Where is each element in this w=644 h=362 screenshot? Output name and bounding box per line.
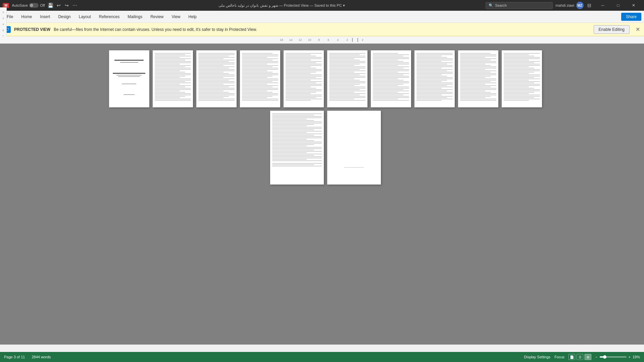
focus-btn[interactable]: Focus xyxy=(554,355,564,359)
view-mode: Protected View xyxy=(284,3,309,7)
share-button[interactable]: Share xyxy=(621,13,641,21)
ruler-num-4: 4 xyxy=(2,21,4,27)
zoom-minus[interactable]: − xyxy=(595,355,597,359)
close-button[interactable]: ✕ xyxy=(626,0,641,11)
page-11-content xyxy=(270,111,324,185)
search-box[interactable]: 🔍 Search xyxy=(486,2,553,9)
page-thumb-6[interactable] xyxy=(327,50,367,107)
autosave-state: Off xyxy=(40,3,45,7)
ruler-12: 12 xyxy=(296,38,305,42)
protected-label: PROTECTED VIEW xyxy=(14,27,50,32)
web-layout-view[interactable]: ☰ xyxy=(577,354,583,360)
print-layout-view[interactable]: 📄 xyxy=(568,354,575,360)
page-3-content xyxy=(196,50,237,107)
search-placeholder: Search xyxy=(495,3,507,7)
page-thumb-12[interactable] xyxy=(327,111,381,185)
ruler-8: 8 xyxy=(314,38,324,42)
more-icon[interactable]: ⋯ xyxy=(72,2,78,8)
minimize-button[interactable]: ─ xyxy=(595,0,610,11)
title-bar-left: W AutoSave Off 💾 ↩ ↪ ⋯ xyxy=(3,2,78,8)
ruler-10: 10 xyxy=(305,38,314,42)
ruler-4: 4 xyxy=(333,38,343,42)
page-6-content xyxy=(327,50,367,107)
save-icon[interactable]: 💾 xyxy=(48,2,54,8)
page-thumb-11[interactable] xyxy=(270,111,324,185)
window-controls: ─ □ ✕ xyxy=(595,0,641,11)
ruler-num-2a: 2 xyxy=(2,9,4,15)
zoom-plus[interactable]: + xyxy=(629,355,631,359)
title-bar-right: 🔍 Search mahdi ziaei MZ ⊟ ─ □ ✕ xyxy=(486,0,641,11)
page-7-content xyxy=(371,50,411,107)
menu-insert[interactable]: Insert xyxy=(36,12,54,21)
page-8-content xyxy=(414,50,455,107)
ruler-num-2b: 2 xyxy=(2,15,4,21)
autosave-toggle[interactable]: AutoSave Off xyxy=(12,3,45,8)
status-bar: Page 3 of 11 2844 words Display Settings… xyxy=(0,352,644,362)
page-thumb-8[interactable] xyxy=(414,50,455,107)
protected-view-bar: 🛡 PROTECTED VIEW Be careful—files from t… xyxy=(0,23,644,36)
user-info: mahdi ziaei MZ xyxy=(555,2,584,9)
ruler-14: 14 xyxy=(286,38,296,42)
autosave-switch[interactable] xyxy=(29,3,39,8)
ruler-2r: 2 xyxy=(358,38,367,42)
page-9-content xyxy=(458,50,498,107)
menu-review[interactable]: Review xyxy=(146,12,167,21)
document-title: شهر و نقش بانوان در تولید ناخالص ملی xyxy=(218,3,278,7)
page-thumb-9[interactable] xyxy=(458,50,498,107)
redo-icon[interactable]: ↪ xyxy=(64,2,70,8)
page-12-content xyxy=(327,111,381,185)
autosave-label: AutoSave xyxy=(12,3,28,7)
maximize-button[interactable]: □ xyxy=(610,0,626,11)
menu-references[interactable]: References xyxy=(95,12,123,21)
page-info: Page 3 of 11 xyxy=(4,355,25,359)
display-settings[interactable]: Display Settings xyxy=(524,355,550,359)
zoom-area: − + 19% xyxy=(595,355,640,359)
page-4-content xyxy=(240,50,280,107)
page-thumb-5[interactable] xyxy=(284,50,324,107)
menu-layout[interactable]: Layout xyxy=(75,12,95,21)
undo-icon[interactable]: ↩ xyxy=(56,2,62,8)
page-5-content xyxy=(284,50,324,107)
page-2-content xyxy=(153,50,193,107)
ruler-6: 6 xyxy=(324,38,333,42)
save-status: Saved to this PC xyxy=(314,3,342,7)
page-row-1 xyxy=(109,50,542,107)
page-10-content xyxy=(502,50,542,107)
page-thumb-4[interactable] xyxy=(240,50,280,107)
page-row-2 xyxy=(270,111,381,185)
page-thumb-3[interactable] xyxy=(196,50,237,107)
zoom-level: 19% xyxy=(633,355,640,359)
status-right: Display Settings Focus 📄 ☰ ⊞ − + 19% xyxy=(524,354,640,360)
document-area xyxy=(0,44,644,345)
user-avatar[interactable]: MZ xyxy=(576,2,584,9)
menu-help[interactable]: Help xyxy=(184,12,201,21)
zoom-slider[interactable] xyxy=(600,356,627,358)
ruler-numbers: 18 14 12 10 8 6 4 2 2 xyxy=(7,38,637,42)
menu-design[interactable]: Design xyxy=(54,12,75,21)
protected-message: Be careful—files from the Internet can c… xyxy=(54,27,590,32)
user-name: mahdi ziaei xyxy=(555,3,574,7)
page-thumb-10[interactable] xyxy=(502,50,542,107)
page-thumb-2[interactable] xyxy=(153,50,193,107)
menu-view[interactable]: View xyxy=(168,12,185,21)
quick-access: 💾 ↩ ↪ ⋯ xyxy=(48,2,78,8)
ribbon-display-icon[interactable]: ⊟ xyxy=(586,2,592,8)
top-ruler: 18 14 12 10 8 6 4 2 2 xyxy=(0,36,644,44)
ruler-2: 2 xyxy=(343,38,352,42)
read-mode-view[interactable]: ⊞ xyxy=(585,354,591,360)
search-icon: 🔍 xyxy=(489,3,493,8)
menu-mailings[interactable]: Mailings xyxy=(123,12,146,21)
zoom-thumb xyxy=(603,355,606,359)
ruler-18: 18 xyxy=(277,38,286,42)
ruler-num-6: 6 xyxy=(2,27,4,33)
enable-editing-button[interactable]: Enable Editing xyxy=(594,25,630,34)
close-protected-bar-button[interactable]: ✕ xyxy=(636,26,640,33)
document-title-area: شهر و نقش بانوان در تولید ناخالص ملی — P… xyxy=(78,3,486,8)
word-count: 2844 words xyxy=(32,355,51,359)
title-bar: W AutoSave Off 💾 ↩ ↪ ⋯ شهر و نقش بانوان … xyxy=(0,0,644,11)
document-content xyxy=(7,50,637,188)
menu-home[interactable]: Home xyxy=(17,12,36,21)
page-thumb-1[interactable] xyxy=(109,50,149,107)
page-thumb-7[interactable] xyxy=(371,50,411,107)
menu-bar: File Home Insert Design Layout Reference… xyxy=(0,11,644,23)
